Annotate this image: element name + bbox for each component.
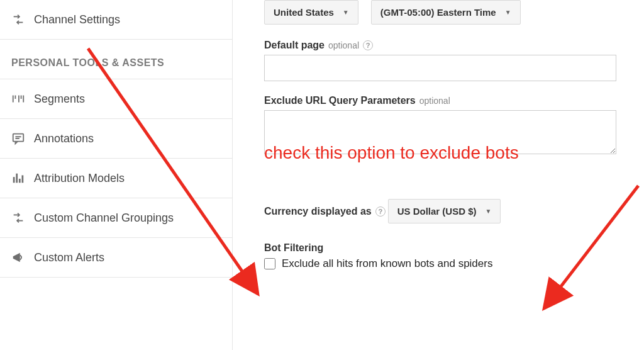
sidebar-item-custom-channel-groupings[interactable]: Custom Channel Groupings [0, 198, 232, 238]
bot-filtering-field: Bot Filtering Exclude all hits from know… [264, 242, 625, 270]
exclude-url-params-label: Exclude URL Query Parameters [264, 95, 416, 106]
annotations-icon [11, 132, 34, 145]
channel-settings-icon [11, 13, 34, 26]
sidebar-item-segments[interactable]: Segments [0, 79, 232, 119]
currency-label: Currency displayed as [264, 206, 372, 217]
sidebar: Channel Settings PERSONAL TOOLS & ASSETS… [0, 0, 233, 350]
svg-rect-13 [22, 175, 24, 183]
timezone-dropdown[interactable]: (GMT-05:00) Eastern Time ▼ [371, 0, 521, 25]
sidebar-item-label: Annotations [34, 132, 94, 145]
sidebar-item-label: Attribution Models [34, 172, 125, 185]
default-page-label: Default page [264, 40, 325, 51]
bot-filtering-label: Bot Filtering [264, 242, 323, 254]
attribution-models-icon [11, 171, 34, 185]
sidebar-section-header: PERSONAL TOOLS & ASSETS [0, 40, 232, 79]
help-icon[interactable]: ? [363, 40, 373, 50]
segments-icon [11, 92, 34, 106]
currency-dropdown-value: US Dollar (USD $) [397, 206, 477, 217]
optional-text: optional [419, 96, 450, 106]
exclude-url-params-input[interactable] [264, 110, 616, 154]
country-dropdown-value: United States [274, 7, 334, 18]
default-page-input[interactable] [264, 55, 616, 81]
sidebar-item-attribution-models[interactable]: Attribution Models [0, 159, 232, 198]
default-page-field: Default page optional ? [264, 40, 625, 81]
chevron-down-icon: ▼ [343, 9, 349, 16]
sidebar-item-label: Custom Alerts [34, 251, 104, 264]
custom-channel-groupings-icon [11, 211, 34, 225]
svg-rect-10 [13, 177, 15, 183]
main-panel: United States ▼ (GMT-05:00) Eastern Time… [233, 0, 644, 350]
country-dropdown[interactable]: United States ▼ [264, 0, 358, 25]
chevron-down-icon: ▼ [486, 208, 492, 215]
custom-alerts-icon [11, 251, 34, 264]
sidebar-item-label: Channel Settings [34, 13, 120, 26]
exclude-url-params-field: Exclude URL Query Parameters optional [264, 95, 625, 156]
chevron-down-icon: ▼ [505, 9, 511, 16]
currency-field: Currency displayed as ? US Dollar (USD $… [264, 194, 625, 223]
sidebar-item-annotations[interactable]: Annotations [0, 119, 232, 159]
optional-text: optional [328, 40, 359, 50]
sidebar-item-label: Segments [34, 93, 85, 106]
bot-filtering-checkbox[interactable] [264, 258, 275, 269]
svg-rect-12 [19, 179, 21, 183]
sidebar-item-label: Custom Channel Groupings [34, 212, 174, 225]
help-icon[interactable]: ? [375, 206, 386, 217]
timezone-dropdown-value: (GMT-05:00) Eastern Time [380, 7, 496, 18]
bot-filtering-checkbox-label: Exclude all hits from known bots and spi… [282, 257, 492, 270]
sidebar-item-custom-alerts[interactable]: Custom Alerts [0, 238, 232, 278]
sidebar-item-channel-settings[interactable]: Channel Settings [0, 0, 232, 40]
svg-rect-7 [13, 134, 24, 142]
currency-dropdown[interactable]: US Dollar (USD $) ▼ [388, 199, 501, 223]
svg-rect-11 [16, 174, 18, 183]
